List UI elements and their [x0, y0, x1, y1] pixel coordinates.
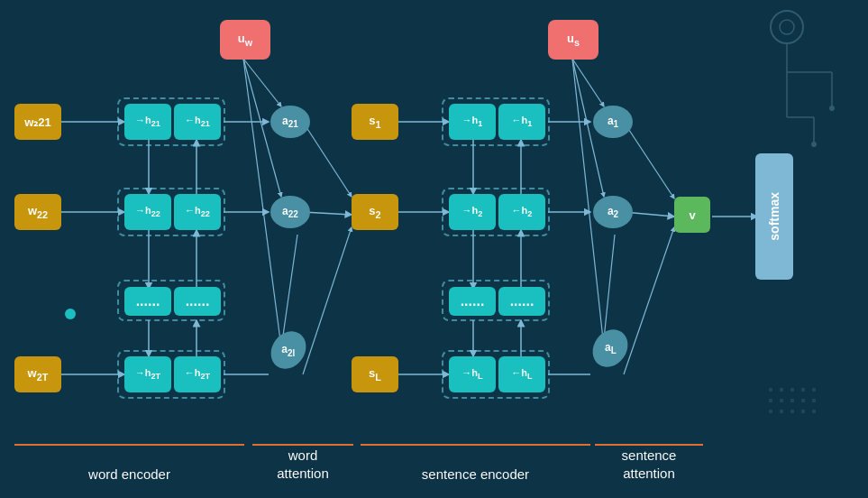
- hLb-label: ←hL: [511, 367, 532, 381]
- a21-label: a21: [282, 115, 298, 129]
- h22f-node: →h22: [124, 194, 171, 230]
- svg-rect-18: [801, 399, 805, 402]
- svg-line-41: [303, 212, 352, 215]
- softmax-label: softmax: [767, 192, 781, 241]
- s1-node: s1: [352, 104, 398, 140]
- svg-rect-20: [769, 410, 772, 413]
- h21f-label: →h21: [135, 115, 160, 128]
- softmax-node: softmax: [755, 153, 793, 280]
- svg-line-42: [303, 227, 352, 374]
- uw-node: uw: [220, 20, 270, 60]
- sentence-encoder-bracket: [361, 444, 590, 446]
- hLf-node: →hL: [449, 356, 496, 392]
- svg-rect-17: [790, 399, 794, 402]
- h2f-node: →h2: [449, 194, 496, 230]
- svg-rect-13: [801, 388, 805, 392]
- svg-rect-14: [812, 388, 816, 392]
- h2Tf-label: →h2T: [135, 367, 160, 381]
- svg-rect-24: [812, 410, 816, 413]
- w21-node: w₂21: [14, 104, 61, 140]
- word-encoder-bracket: [14, 444, 244, 446]
- svg-line-37: [243, 59, 281, 106]
- a2l-label: a2l: [281, 343, 295, 357]
- s1-label: s1: [369, 114, 380, 130]
- w2T-node: w2T: [14, 356, 61, 392]
- h1f-label: →h1: [462, 115, 483, 128]
- a21-node: a21: [270, 106, 310, 138]
- a2-label: a2: [608, 205, 618, 219]
- hLf-label: →hL: [461, 367, 482, 381]
- h2Tb-label: ←h2T: [185, 367, 210, 381]
- svg-line-40: [303, 122, 352, 197]
- sL-label: sL: [369, 366, 381, 383]
- h1b-label: ←h1: [512, 115, 533, 128]
- svg-rect-23: [801, 410, 805, 413]
- h21f-node: →h21: [124, 104, 171, 140]
- a1-node: a1: [593, 106, 633, 138]
- a22-label: a22: [282, 205, 298, 219]
- svg-rect-21: [780, 410, 783, 413]
- a22-node: a22: [270, 196, 310, 228]
- h21b-label: ←h21: [185, 115, 210, 128]
- uw-label: uw: [238, 32, 252, 48]
- word-attention-label: wordattention: [252, 447, 353, 482]
- a2-node: a2: [593, 196, 633, 228]
- svg-point-8: [829, 106, 835, 111]
- sentence-attention-label: sentenceattention: [595, 447, 703, 482]
- sL-node: sL: [352, 356, 398, 392]
- svg-point-9: [811, 142, 817, 147]
- h1f-node: →h1: [449, 104, 496, 140]
- svg-rect-12: [790, 388, 794, 392]
- h21b-node: ←h21: [174, 104, 221, 140]
- svg-line-58: [624, 122, 674, 198]
- diagram-container: w₂21 w22 w2T →h21 ←h21 →h22 ←h22 ...... …: [0, 0, 868, 498]
- aL-label: aL: [605, 341, 617, 355]
- svg-point-1: [780, 20, 794, 34]
- svg-point-0: [771, 11, 803, 43]
- h22b-label: ←h22: [185, 205, 210, 218]
- h2b-node: ←h2: [498, 194, 545, 230]
- a1-label: a1: [608, 115, 618, 129]
- w22-node: w22: [14, 194, 61, 230]
- s2-node: s2: [352, 194, 398, 230]
- sentence-attention-bracket: [595, 444, 703, 446]
- svg-rect-22: [790, 410, 794, 413]
- h-ellipsis-2: ......: [174, 287, 221, 316]
- svg-rect-11: [780, 388, 783, 392]
- h2Tb-node: ←h2T: [174, 356, 221, 392]
- word-attention-bracket: [252, 444, 353, 446]
- w21-label: w₂21: [24, 115, 51, 129]
- aL-node: aL: [586, 323, 635, 374]
- svg-rect-16: [780, 399, 783, 402]
- svg-rect-15: [769, 399, 772, 402]
- svg-line-55: [572, 59, 604, 106]
- v-label: v: [689, 208, 695, 222]
- a2l-node: a2l: [264, 325, 314, 376]
- s2-label: s2: [369, 204, 380, 220]
- h2b-label: ←h2: [512, 205, 533, 218]
- svg-line-60: [624, 227, 674, 374]
- teal-dot: [65, 309, 76, 319]
- h22b-node: ←h22: [174, 194, 221, 230]
- us-label: us: [567, 32, 580, 48]
- us-node: us: [548, 20, 598, 60]
- word-encoder-label: word encoder: [14, 466, 244, 482]
- h1b-node: ←h1: [498, 104, 545, 140]
- h-ellipsis-1: ......: [124, 287, 171, 316]
- v-node: v: [674, 197, 710, 233]
- sentence-encoder-label: sentence encoder: [361, 466, 590, 482]
- hs-ellipsis-1: ......: [449, 287, 496, 316]
- svg-rect-10: [769, 388, 772, 392]
- hs-ellipsis-2: ......: [498, 287, 545, 316]
- hLb-node: ←hL: [498, 356, 545, 392]
- h2Tf-node: →h2T: [124, 356, 171, 392]
- h2f-label: →h2: [462, 205, 483, 218]
- svg-rect-19: [812, 399, 816, 402]
- w22-label: w22: [28, 204, 48, 220]
- arrows-layer: [0, 0, 868, 498]
- h22f-label: →h22: [135, 205, 160, 218]
- w2T-label: w2T: [28, 366, 49, 383]
